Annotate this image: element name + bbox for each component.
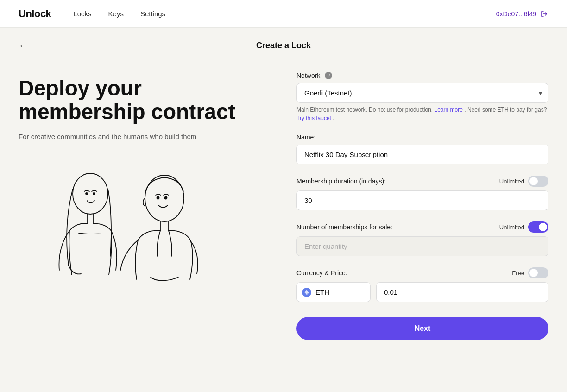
next-button[interactable]: Next bbox=[296, 317, 548, 340]
currency-label: Currency & Price: bbox=[296, 269, 347, 277]
back-arrow-icon: ← bbox=[19, 40, 28, 51]
duration-unlimited-toggle[interactable] bbox=[528, 176, 548, 187]
nav-logo[interactable]: Unlock bbox=[19, 8, 51, 20]
svg-point-2 bbox=[93, 193, 95, 195]
svg-point-1 bbox=[86, 193, 88, 195]
wallet-address-text: 0xDe07...6f49 bbox=[496, 10, 536, 18]
name-group: Name: bbox=[296, 133, 548, 164]
wallet-logout-icon[interactable] bbox=[540, 10, 548, 18]
svg-point-0 bbox=[73, 173, 108, 214]
network-label: Network: ? bbox=[296, 72, 332, 79]
right-panel: Network: ? Goerli (Testnet) Ethereum Mai… bbox=[296, 67, 548, 340]
memberships-unlimited-toggle[interactable] bbox=[528, 221, 548, 233]
memberships-unlimited-text: Unlimited bbox=[499, 224, 524, 231]
nav-link-settings[interactable]: Settings bbox=[140, 10, 165, 18]
network-select[interactable]: Goerli (Testnet) Ethereum Mainnet Polygo… bbox=[296, 83, 548, 103]
page-title: Create a Lock bbox=[256, 41, 311, 51]
navbar: Unlock Locks Keys Settings 0xDe07...6f49 bbox=[0, 0, 567, 28]
name-label: Name: bbox=[296, 133, 315, 141]
nav-links: Locks Keys Settings bbox=[73, 10, 165, 18]
network-label-row: Network: ? bbox=[296, 72, 548, 79]
duration-unlimited-row: Unlimited bbox=[499, 176, 548, 187]
wallet-address[interactable]: 0xDe07...6f49 bbox=[496, 10, 548, 18]
network-help-icon[interactable]: ? bbox=[325, 72, 332, 79]
faucet-link[interactable]: Try this faucet bbox=[296, 115, 331, 121]
svg-point-4 bbox=[157, 197, 159, 199]
svg-point-5 bbox=[165, 197, 167, 199]
currency-select-wrapper: ETH bbox=[296, 282, 371, 302]
name-input[interactable] bbox=[296, 145, 548, 164]
nav-link-keys[interactable]: Keys bbox=[108, 10, 124, 18]
memberships-toggle-slider bbox=[528, 221, 548, 233]
duration-toggle-slider bbox=[528, 176, 548, 187]
content-area: Deploy your membership contract For crea… bbox=[0, 58, 567, 359]
page-header: ← Create a Lock bbox=[0, 28, 567, 58]
name-label-row: Name: bbox=[296, 133, 548, 141]
memberships-group: Number of memberships for sale: Unlimite… bbox=[296, 221, 548, 256]
free-toggle[interactable] bbox=[528, 267, 548, 278]
eth-icon bbox=[302, 288, 311, 297]
hero-illustration bbox=[19, 154, 232, 303]
free-toggle-slider bbox=[528, 267, 548, 278]
hero-subtitle: For creative communities and the humans … bbox=[19, 133, 269, 140]
network-description: Main Ethereum test network. Do not use f… bbox=[296, 106, 548, 122]
left-panel: Deploy your membership contract For crea… bbox=[19, 67, 269, 340]
free-text: Free bbox=[512, 270, 524, 277]
duration-label: Membership duration (in days): bbox=[296, 177, 386, 185]
memberships-unlimited-row: Unlimited bbox=[499, 221, 548, 233]
duration-unlimited-text: Unlimited bbox=[499, 178, 524, 185]
back-button[interactable]: ← bbox=[19, 40, 28, 51]
currency-price-row: ETH bbox=[296, 282, 548, 302]
price-input[interactable] bbox=[376, 282, 548, 302]
duration-group: Membership duration (in days): Unlimited bbox=[296, 176, 548, 210]
free-row: Free bbox=[512, 267, 548, 278]
hero-title: Deploy your membership contract bbox=[19, 76, 269, 123]
currency-label-row: Currency & Price: Free bbox=[296, 267, 548, 278]
learn-more-link[interactable]: Learn more bbox=[435, 107, 463, 113]
memberships-label: Number of memberships for sale: bbox=[296, 223, 392, 231]
memberships-input[interactable] bbox=[296, 236, 548, 256]
nav-link-locks[interactable]: Locks bbox=[73, 10, 91, 18]
network-group: Network: ? Goerli (Testnet) Ethereum Mai… bbox=[296, 72, 548, 122]
currency-price-group: Currency & Price: Free bbox=[296, 267, 548, 302]
network-select-wrapper: Goerli (Testnet) Ethereum Mainnet Polygo… bbox=[296, 83, 548, 103]
duration-label-row: Membership duration (in days): Unlimited bbox=[296, 176, 548, 187]
memberships-label-row: Number of memberships for sale: Unlimite… bbox=[296, 221, 548, 233]
duration-input[interactable] bbox=[296, 190, 548, 210]
